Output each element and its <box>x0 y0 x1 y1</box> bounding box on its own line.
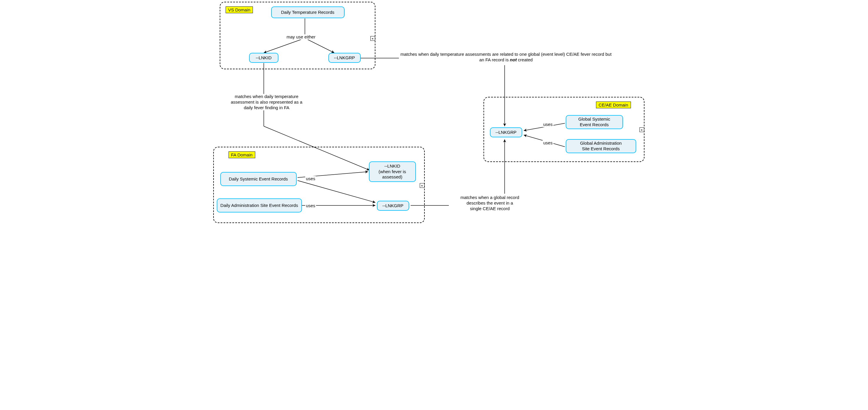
diagram-canvas: VS Domain Daily Temperature Records --LN… <box>208 0 660 241</box>
edge-label-uses: uses <box>305 203 316 208</box>
annotation-fa-lnkgrp-match: matches when a global record describes t… <box>449 195 531 211</box>
annotation-text-post: created <box>517 57 532 62</box>
node-fa-lnkid[interactable]: --LNKID (when fever is assessed) <box>369 162 416 182</box>
annotation-vs-lnkgrp-match: matches when daily temperature assessmen… <box>399 52 613 63</box>
collapse-icon[interactable] <box>640 127 644 132</box>
node-vs-lnkid[interactable]: --LNKID <box>249 53 278 63</box>
edge-label-may-use-either: may use either <box>286 34 316 40</box>
edge-label-uses: uses <box>542 140 554 145</box>
annotation-text-pre: matches when daily temperature assessmen… <box>400 52 612 62</box>
annotation-vs-lnkid-match: matches when daily temperature assessmen… <box>218 94 315 110</box>
fa-domain-label: FA Domain <box>228 151 255 158</box>
collapse-icon[interactable] <box>420 183 425 188</box>
node-daily-temperature-records[interactable]: Daily Temperature Records <box>271 6 345 18</box>
node-daily-admin-site-event-records[interactable]: Daily Administration Site Event Records <box>217 198 302 212</box>
annotation-text-not: not <box>510 57 517 62</box>
node-ce-lnkgrp[interactable]: --LNKGRP <box>490 127 522 137</box>
node-global-systemic-event-records[interactable]: Global Systemic Event Records <box>566 115 623 129</box>
node-fa-lnkgrp[interactable]: --LNKGRP <box>377 201 409 211</box>
node-global-admin-site-event-records[interactable]: Global Administration Site Event Records <box>566 139 636 153</box>
ce-ae-domain-label: CE/AE Domain <box>596 102 631 108</box>
node-daily-systemic-event-records[interactable]: Daily Systemic Event Records <box>220 172 297 186</box>
edge-label-uses: uses <box>542 122 554 127</box>
vs-domain-label: VS Domain <box>225 6 253 13</box>
collapse-icon[interactable] <box>370 36 375 41</box>
node-vs-lnkgrp[interactable]: --LNKGRP <box>329 53 361 63</box>
edge-label-uses: uses <box>305 176 316 181</box>
